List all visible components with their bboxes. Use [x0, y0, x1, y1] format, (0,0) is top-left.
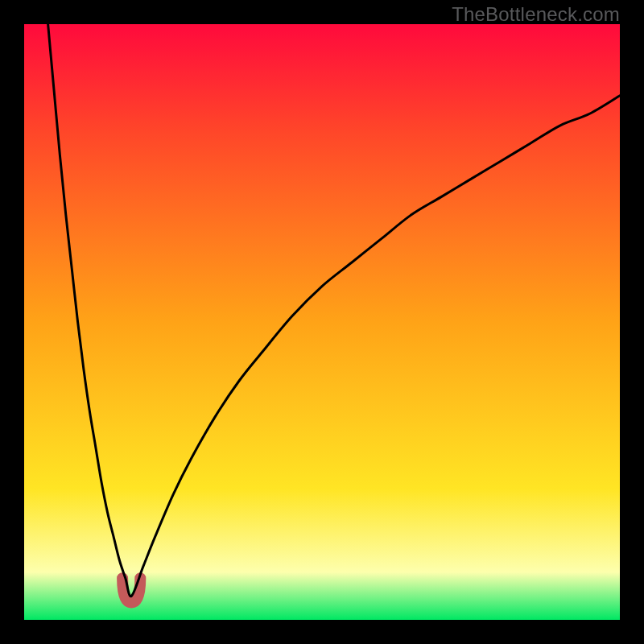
- watermark-text: TheBottleneck.com: [452, 3, 620, 26]
- gradient-background: [24, 24, 620, 620]
- chart-svg: [24, 24, 620, 620]
- chart-frame: TheBottleneck.com: [0, 0, 644, 644]
- plot-area: [24, 24, 620, 620]
